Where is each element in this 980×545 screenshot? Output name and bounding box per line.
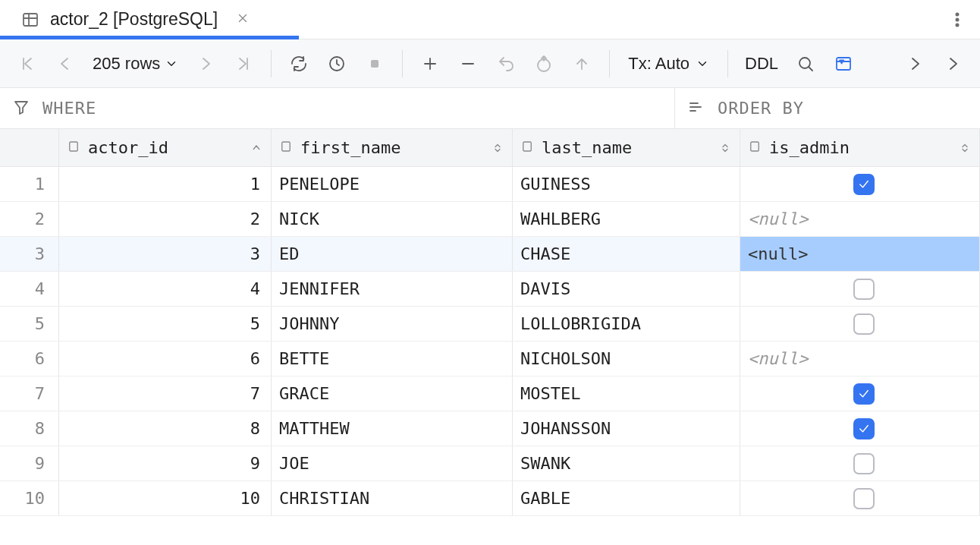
cell-is-admin[interactable]: <null> <box>740 237 980 271</box>
cell-last-name[interactable]: LOLLOBRIGIDA <box>513 307 740 341</box>
table-row[interactable]: 77GRACEMOSTEL <box>0 376 980 411</box>
cell-actor-id[interactable]: 2 <box>59 202 272 236</box>
first-page-button[interactable] <box>11 47 44 80</box>
stop-button[interactable] <box>358 47 391 80</box>
cell-last-name[interactable]: CHASE <box>513 237 740 271</box>
search-button[interactable] <box>789 47 822 80</box>
cell-is-admin[interactable] <box>740 307 980 341</box>
checkbox[interactable] <box>853 279 875 300</box>
table-row[interactable]: 22NICKWAHLBERG<null> <box>0 202 980 237</box>
row-number[interactable]: 2 <box>0 202 59 236</box>
cell-actor-id[interactable]: 1 <box>59 167 272 201</box>
cell-first-name[interactable]: JOHNNY <box>272 307 513 341</box>
table-row[interactable]: 99JOESWANK <box>0 446 980 481</box>
row-number[interactable]: 4 <box>0 272 59 306</box>
row-number[interactable]: 10 <box>0 481 59 515</box>
toolbar: 205 rows Tx: Auto DDL <box>0 39 980 88</box>
checkbox[interactable] <box>853 488 875 509</box>
filter-view-button[interactable] <box>827 47 860 80</box>
ddl-button[interactable]: DDL <box>739 54 784 74</box>
svg-rect-0 <box>24 14 37 26</box>
gutter-header[interactable] <box>0 129 59 166</box>
cell-is-admin[interactable] <box>740 481 980 515</box>
chevron-right-icon[interactable] <box>936 47 969 80</box>
cell-first-name[interactable]: ED <box>272 237 513 271</box>
cell-last-name[interactable]: JOHANSSON <box>513 411 740 446</box>
row-number[interactable]: 7 <box>0 376 59 411</box>
order-by-section[interactable]: ORDER BY <box>675 88 980 128</box>
close-icon[interactable] <box>228 10 250 30</box>
cell-actor-id[interactable]: 5 <box>59 307 272 341</box>
cell-is-admin[interactable] <box>740 376 980 411</box>
row-number[interactable]: 3 <box>0 237 59 271</box>
prev-page-button[interactable] <box>49 47 82 80</box>
cell-first-name[interactable]: BETTE <box>272 342 513 376</box>
upload-button[interactable] <box>565 47 598 80</box>
cell-first-name[interactable]: JENNIFER <box>272 272 513 306</box>
add-row-button[interactable] <box>413 47 447 80</box>
table-row[interactable]: 33EDCHASE<null> <box>0 237 980 272</box>
cell-actor-id[interactable]: 7 <box>59 376 272 411</box>
cell-last-name[interactable]: WAHLBERG <box>513 202 740 236</box>
where-section[interactable]: WHERE <box>0 88 675 128</box>
cell-actor-id[interactable]: 6 <box>59 342 272 376</box>
column-header-first-name[interactable]: first_name <box>272 129 513 166</box>
cell-actor-id[interactable]: 3 <box>59 237 272 271</box>
table-row[interactable]: 88MATTHEWJOHANSSON <box>0 411 980 446</box>
refresh-button[interactable] <box>282 47 316 80</box>
cell-actor-id[interactable]: 9 <box>59 446 272 480</box>
cell-last-name[interactable]: NICHOLSON <box>513 342 740 376</box>
revert-button[interactable] <box>489 47 523 80</box>
cell-is-admin[interactable] <box>740 272 980 306</box>
checkbox[interactable] <box>853 453 875 474</box>
table-row[interactable]: 66BETTENICHOLSON<null> <box>0 342 980 376</box>
tab-title: actor_2 [PostgreSQL] <box>50 9 218 30</box>
delete-row-button[interactable] <box>451 47 485 80</box>
rows-dropdown[interactable]: 205 rows <box>86 54 184 74</box>
last-page-button[interactable] <box>227 47 260 80</box>
row-number[interactable]: 6 <box>0 342 59 376</box>
table-row[interactable]: 11PENELOPEGUINESS <box>0 167 980 202</box>
tab-actor2[interactable]: actor_2 [PostgreSQL] <box>0 0 268 39</box>
cell-is-admin[interactable]: <null> <box>740 342 980 376</box>
cell-is-admin[interactable] <box>740 446 980 480</box>
cell-actor-id[interactable]: 4 <box>59 272 272 306</box>
row-number[interactable]: 9 <box>0 446 59 480</box>
cell-first-name[interactable]: JOE <box>272 446 513 480</box>
tab-overflow-menu[interactable] <box>934 0 980 39</box>
cell-is-admin[interactable] <box>740 167 980 201</box>
table-row[interactable]: 1010CHRISTIANGABLE <box>0 481 980 516</box>
column-header-is-admin[interactable]: is_admin <box>740 129 980 166</box>
tx-mode-dropdown[interactable]: Tx: Auto <box>620 54 717 74</box>
cell-last-name[interactable]: SWANK <box>513 446 740 480</box>
row-number[interactable]: 1 <box>0 167 59 201</box>
cell-is-admin[interactable] <box>740 411 980 446</box>
cell-last-name[interactable]: MOSTEL <box>513 376 740 411</box>
cell-last-name[interactable]: DAVIS <box>513 272 740 306</box>
table-row[interactable]: 55JOHNNYLOLLOBRIGIDA <box>0 307 980 342</box>
cell-first-name[interactable]: MATTHEW <box>272 411 513 446</box>
cell-last-name[interactable]: GABLE <box>513 481 740 515</box>
checkbox[interactable] <box>853 313 875 335</box>
sort-both-icon <box>718 141 732 155</box>
checkbox[interactable] <box>853 383 875 405</box>
checkbox[interactable] <box>853 174 875 195</box>
cell-is-admin[interactable]: <null> <box>740 202 980 236</box>
cell-first-name[interactable]: NICK <box>272 202 513 236</box>
chevron-right-icon[interactable] <box>898 47 931 80</box>
row-number[interactable]: 5 <box>0 307 59 341</box>
next-page-button[interactable] <box>189 47 222 80</box>
cell-first-name[interactable]: CHRISTIAN <box>272 481 513 515</box>
auto-refresh-button[interactable] <box>320 47 353 80</box>
cell-last-name[interactable]: GUINESS <box>513 167 740 201</box>
column-header-actor-id[interactable]: actor_id <box>59 129 272 166</box>
column-header-last-name[interactable]: last_name <box>513 129 740 166</box>
cell-actor-id[interactable]: 8 <box>59 411 272 446</box>
commit-button[interactable] <box>527 47 561 80</box>
cell-first-name[interactable]: PENELOPE <box>272 167 513 201</box>
row-number[interactable]: 8 <box>0 411 59 446</box>
table-row[interactable]: 44JENNIFERDAVIS <box>0 272 980 307</box>
checkbox[interactable] <box>853 418 875 439</box>
cell-first-name[interactable]: GRACE <box>272 376 513 411</box>
cell-actor-id[interactable]: 10 <box>59 481 272 515</box>
